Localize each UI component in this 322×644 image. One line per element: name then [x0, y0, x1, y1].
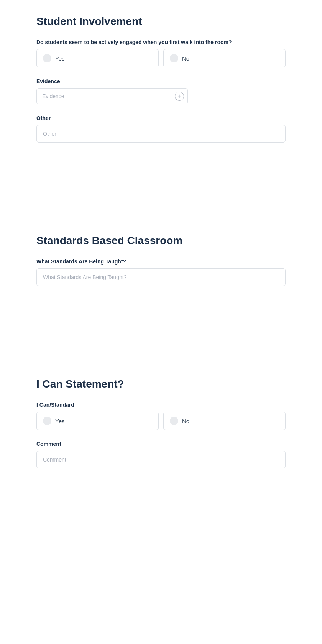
other-field-group: Other [36, 115, 286, 143]
i-can-statement-title: I Can Statement? [36, 378, 286, 390]
engaged-no-radio-circle [170, 54, 178, 62]
comment-input[interactable] [36, 451, 286, 468]
i-can-yes-option[interactable]: Yes [36, 412, 159, 430]
comment-label: Comment [36, 441, 286, 447]
engaged-yes-option[interactable]: Yes [36, 49, 159, 67]
standards-taught-label: What Standards Are Being Taught? [36, 258, 286, 264]
evidence-input-wrapper: + [36, 88, 188, 104]
i-can-yes-radio-circle [43, 417, 51, 425]
evidence-input[interactable] [36, 88, 188, 104]
i-can-standard-field-group: I Can/Standard Yes No [36, 402, 286, 430]
i-can-no-label: No [182, 418, 189, 424]
other-label: Other [36, 115, 286, 121]
i-can-yes-label: Yes [55, 418, 64, 424]
engaged-label: Do students seem to be actively engaged … [36, 39, 286, 45]
standards-taught-field-group: What Standards Are Being Taught? [36, 258, 286, 286]
comment-field-group: Comment [36, 441, 286, 468]
spacer-2 [36, 309, 286, 378]
page-container: Student Involvement Do students seem to … [0, 0, 322, 507]
standards-based-classroom-section: Standards Based Classroom What Standards… [36, 235, 286, 286]
evidence-add-button[interactable]: + [175, 92, 184, 101]
engaged-no-option[interactable]: No [163, 49, 286, 67]
i-can-no-radio-circle [170, 417, 178, 425]
standards-taught-input[interactable] [36, 268, 286, 286]
i-can-standard-label: I Can/Standard [36, 402, 286, 408]
other-input[interactable] [36, 125, 286, 143]
engaged-yes-radio-circle [43, 54, 51, 62]
spacer-1 [36, 166, 286, 235]
engaged-yes-label: Yes [55, 55, 64, 62]
engaged-radio-row: Yes No [36, 49, 286, 67]
engaged-no-label: No [182, 55, 189, 62]
evidence-field-group: Evidence + [36, 78, 286, 104]
i-can-no-option[interactable]: No [163, 412, 286, 430]
evidence-label: Evidence [36, 78, 286, 84]
standards-based-classroom-title: Standards Based Classroom [36, 235, 286, 247]
i-can-statement-section: I Can Statement? I Can/Standard Yes No C… [36, 378, 286, 468]
i-can-standard-radio-row: Yes No [36, 412, 286, 430]
student-involvement-title: Student Involvement [36, 15, 286, 28]
student-involvement-section: Student Involvement Do students seem to … [36, 15, 286, 143]
engaged-field-group: Do students seem to be actively engaged … [36, 39, 286, 67]
